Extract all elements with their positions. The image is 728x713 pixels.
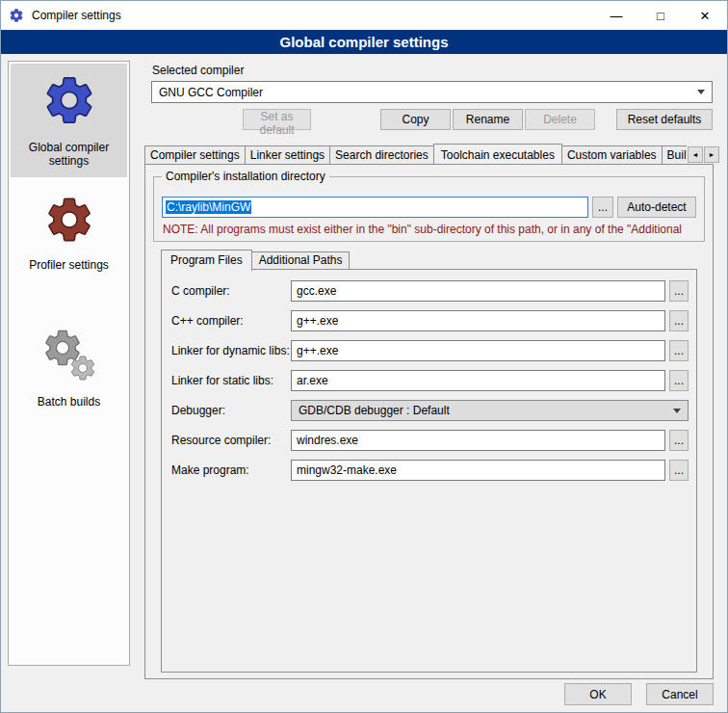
selected-compiler-label: Selected compiler	[152, 64, 244, 77]
dynamic-linker-row: Linker for dynamic libs: ...	[171, 340, 689, 361]
cancel-button[interactable]: Cancel	[646, 683, 714, 705]
c-compiler-input[interactable]	[291, 280, 665, 302]
field-label: Make program:	[171, 463, 291, 477]
tab-linker-settings[interactable]: Linker settings	[245, 145, 330, 164]
dialog-header: Global compiler settings	[1, 30, 727, 54]
field-label: Debugger:	[171, 404, 291, 417]
browse-button[interactable]: ...	[669, 370, 689, 391]
settings-sidebar: Global compiler settings Profiler settin…	[8, 61, 130, 666]
static-linker-row: Linker for static libs: ...	[171, 370, 689, 391]
sidebar-item-label: Global compiler settings	[29, 141, 109, 168]
debugger-select[interactable]: GDB/CDB debugger : Default	[291, 400, 689, 421]
field-label: Resource compiler:	[171, 434, 291, 447]
sidebar-item-global-compiler-settings[interactable]: Global compiler settings	[11, 64, 127, 177]
browse-button[interactable]: ...	[669, 310, 689, 331]
c-compiler-row: C compiler: ...	[171, 280, 689, 302]
auto-detect-button[interactable]: Auto-detect	[617, 197, 696, 218]
make-program-input[interactable]	[291, 460, 665, 481]
tab-compiler-settings[interactable]: Compiler settings	[144, 145, 246, 164]
ok-button[interactable]: OK	[564, 683, 632, 705]
debugger-select-value: GDB/CDB debugger : Default	[299, 404, 450, 417]
tab-scroll-left-icon[interactable]: ◄	[688, 146, 703, 163]
tab-build-options[interactable]: Buil	[662, 145, 687, 164]
static-linker-input[interactable]	[291, 370, 665, 391]
close-button[interactable]: ✕	[683, 1, 727, 30]
chevron-down-icon	[673, 409, 681, 413]
chevron-down-icon	[697, 90, 705, 94]
rename-button[interactable]: Rename	[453, 109, 523, 130]
reset-defaults-button[interactable]: Reset defaults	[616, 109, 713, 130]
settings-tabs: Compiler settings Linker settings Search…	[144, 144, 687, 164]
cpp-compiler-row: C++ compiler: ...	[171, 310, 689, 331]
window-controls: — □ ✕	[594, 1, 727, 30]
set-as-default-button[interactable]: Set as default	[243, 109, 311, 130]
browse-button[interactable]: ...	[669, 460, 689, 481]
window-title: Compiler settings	[32, 9, 121, 22]
sidebar-item-label: Batch builds	[38, 395, 100, 409]
installation-directory-value: C:\raylib\MinGW	[166, 200, 251, 214]
program-tabs: Program Files Additional Paths	[161, 250, 697, 269]
gear-icon	[13, 72, 125, 128]
program-files-panel: C compiler: ... C++ compiler: ... Linker…	[161, 269, 697, 673]
group-title: Compiler's installation directory	[162, 170, 329, 183]
field-label: Linker for static libs:	[171, 374, 291, 387]
browse-directory-button[interactable]: ...	[592, 197, 613, 218]
dynamic-linker-input[interactable]	[291, 340, 665, 361]
sidebar-item-label: Profiler settings	[29, 258, 109, 272]
toolchain-panel: Compiler's installation directory C:\ray…	[144, 164, 714, 679]
compiler-select-value: GNU GCC Compiler	[159, 86, 263, 99]
minimize-button[interactable]: —	[594, 1, 638, 30]
cpp-compiler-input[interactable]	[291, 310, 665, 331]
tab-search-directories[interactable]: Search directories	[329, 145, 434, 164]
compiler-select[interactable]: GNU GCC Compiler	[151, 81, 713, 103]
field-label: Linker for dynamic libs:	[171, 344, 291, 357]
field-label: C++ compiler:	[171, 314, 291, 328]
gears-icon	[13, 327, 125, 383]
tab-scroll-right-icon[interactable]: ►	[704, 146, 719, 163]
profiler-tool-icon	[13, 194, 125, 246]
field-label: C compiler:	[171, 284, 291, 298]
browse-button[interactable]: ...	[669, 340, 689, 361]
debugger-row: Debugger: GDB/CDB debugger : Default	[171, 400, 689, 421]
browse-button[interactable]: ...	[669, 280, 689, 302]
installation-directory-group: Compiler's installation directory C:\ray…	[153, 176, 705, 242]
installation-directory-input[interactable]: C:\raylib\MinGW	[162, 197, 588, 218]
browse-button[interactable]: ...	[669, 430, 689, 451]
tab-additional-paths[interactable]: Additional Paths	[251, 251, 351, 269]
window-icon	[9, 8, 24, 23]
sidebar-item-batch-builds[interactable]: Batch builds	[11, 318, 127, 418]
delete-button[interactable]: Delete	[525, 109, 595, 130]
resource-compiler-row: Resource compiler: ...	[171, 430, 689, 451]
copy-button[interactable]: Copy	[380, 109, 451, 130]
maximize-button[interactable]: □	[638, 1, 683, 30]
titlebar: Compiler settings — □ ✕	[1, 1, 727, 30]
tab-custom-variables[interactable]: Custom variables	[561, 145, 663, 164]
make-program-row: Make program: ...	[171, 460, 689, 481]
tab-toolchain-executables[interactable]: Toolchain executables	[433, 144, 562, 164]
bin-subdirectory-note: NOTE: All programs must exist either in …	[163, 223, 703, 236]
sidebar-item-profiler-settings[interactable]: Profiler settings	[11, 185, 127, 281]
resource-compiler-input[interactable]	[291, 430, 665, 451]
tab-program-files[interactable]: Program Files	[161, 250, 252, 271]
